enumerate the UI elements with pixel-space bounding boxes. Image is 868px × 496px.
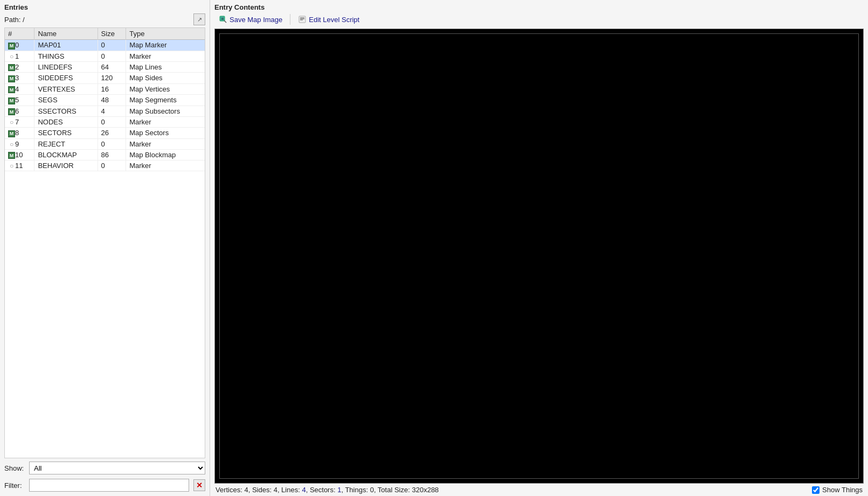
- cell-size: 26: [98, 128, 126, 139]
- cell-type: Map Blockmap: [126, 149, 205, 160]
- cell-size: 16: [98, 83, 126, 95]
- save-map-image-label: Save Map Image: [230, 16, 282, 24]
- show-things-label[interactable]: Show Things: [822, 486, 863, 494]
- map-entry-icon: M: [8, 152, 15, 159]
- col-header-name: Name: [34, 28, 98, 40]
- show-things-area: Show Things: [812, 486, 863, 494]
- cell-name: THINGS: [34, 51, 98, 61]
- cell-type: Map Lines: [126, 61, 205, 73]
- cell-name: SIDEDEFS: [34, 73, 98, 84]
- svg-rect-1: [221, 18, 224, 20]
- cell-num: M6: [5, 106, 34, 117]
- col-header-type: Type: [126, 28, 205, 40]
- cell-type: Map Subsectors: [126, 106, 205, 117]
- col-header-size: Size: [98, 28, 126, 40]
- cell-size: 0: [98, 160, 126, 171]
- map-entry-icon: M: [8, 64, 15, 71]
- cell-size: 0: [98, 117, 126, 128]
- filter-input[interactable]: [29, 479, 189, 492]
- cell-num: ○9: [5, 138, 34, 149]
- cell-size: 0: [98, 138, 126, 149]
- path-label: Path: /: [4, 16, 25, 24]
- entries-table-container: # Name Size Type M0MAP010Map Marker○1THI…: [4, 27, 205, 458]
- save-map-icon: [219, 15, 227, 24]
- toolbar: Save Map Image Edit Level Script: [210, 12, 868, 29]
- map-entry-icon: M: [8, 75, 15, 82]
- map-entry-icon: M: [8, 97, 15, 104]
- clear-icon: ✕: [196, 481, 203, 490]
- path-navigate-button[interactable]: ↗: [193, 13, 205, 25]
- table-row[interactable]: M6SSECTORS4Map Subsectors: [5, 106, 205, 117]
- marker-entry-icon: ○: [8, 141, 15, 148]
- entries-tbody: M0MAP010Map Marker○1THINGS0MarkerM2LINED…: [5, 40, 205, 171]
- map-entry-icon: M: [8, 43, 15, 50]
- cell-size: 86: [98, 149, 126, 160]
- table-row[interactable]: ○7NODES0Marker: [5, 117, 205, 128]
- cell-num: M10: [5, 149, 34, 160]
- cell-size: 120: [98, 73, 126, 84]
- table-row[interactable]: ○11BEHAVIOR0Marker: [5, 160, 205, 171]
- table-row[interactable]: M10BLOCKMAP86Map Blockmap: [5, 149, 205, 160]
- show-label: Show:: [4, 464, 25, 472]
- cell-type: Marker: [126, 51, 205, 61]
- edit-level-script-button[interactable]: Edit Level Script: [294, 13, 364, 25]
- cell-num: M5: [5, 95, 34, 106]
- cell-num: M4: [5, 83, 34, 95]
- svg-rect-2: [299, 16, 305, 23]
- table-row[interactable]: M0MAP010Map Marker: [5, 40, 205, 51]
- map-entry-icon: M: [8, 86, 15, 93]
- edit-script-icon: [298, 15, 307, 24]
- path-row: Path: / ↗: [0, 12, 210, 27]
- status-text: Vertices: 4, Sides: 4, Lines: 4, Sectors…: [216, 486, 439, 494]
- show-filter-row: Show: AllMarkersMap Data: [0, 458, 210, 478]
- cell-size: 0: [98, 40, 126, 51]
- cell-name: SEGS: [34, 95, 98, 106]
- map-inner-border: [219, 33, 859, 479]
- cell-name: BEHAVIOR: [34, 160, 98, 171]
- entry-contents-panel: Entry Contents Save Map Image: [210, 0, 868, 496]
- cell-name: VERTEXES: [34, 83, 98, 95]
- edit-level-script-label: Edit Level Script: [309, 16, 359, 24]
- table-row[interactable]: M2LINEDEFS64Map Lines: [5, 61, 205, 73]
- filter-row: Filter: ✕: [0, 478, 210, 496]
- cell-name: LINEDEFS: [34, 61, 98, 73]
- table-row[interactable]: M4VERTEXES16Map Vertices: [5, 83, 205, 95]
- table-row[interactable]: M8SECTORS26Map Sectors: [5, 128, 205, 139]
- marker-entry-icon: ○: [8, 119, 15, 126]
- cell-name: NODES: [34, 117, 98, 128]
- cell-type: Map Sides: [126, 73, 205, 84]
- show-things-checkbox[interactable]: [812, 486, 820, 494]
- cell-size: 48: [98, 95, 126, 106]
- show-select[interactable]: AllMarkersMap Data: [29, 462, 205, 474]
- col-header-num: #: [5, 28, 34, 40]
- cell-num: ○7: [5, 117, 34, 128]
- cell-num: M0: [5, 40, 34, 51]
- cell-name: BLOCKMAP: [34, 149, 98, 160]
- cell-num: ○11: [5, 160, 34, 171]
- filter-clear-button[interactable]: ✕: [193, 479, 205, 491]
- cell-name: MAP01: [34, 40, 98, 51]
- table-header-row: # Name Size Type: [5, 28, 205, 40]
- cell-num: ○1: [5, 51, 34, 61]
- cell-type: Map Sectors: [126, 128, 205, 139]
- cell-type: Marker: [126, 138, 205, 149]
- cell-num: M2: [5, 61, 34, 73]
- map-canvas: [214, 29, 864, 484]
- cell-type: Map Vertices: [126, 83, 205, 95]
- cell-type: Map Marker: [126, 40, 205, 51]
- map-entry-icon: M: [8, 130, 15, 137]
- marker-entry-icon: ○: [8, 163, 15, 170]
- table-row[interactable]: ○1THINGS0Marker: [5, 51, 205, 61]
- cell-type: Map Segments: [126, 95, 205, 106]
- save-map-image-button[interactable]: Save Map Image: [214, 13, 287, 25]
- cell-type: Marker: [126, 117, 205, 128]
- entries-header: Entries: [0, 0, 210, 12]
- table-row[interactable]: M5SEGS48Map Segments: [5, 95, 205, 106]
- cell-name: SSECTORS: [34, 106, 98, 117]
- table-row[interactable]: M3SIDEDEFS120Map Sides: [5, 73, 205, 84]
- marker-entry-icon: ○: [8, 53, 15, 60]
- cell-type: Marker: [126, 160, 205, 171]
- table-row[interactable]: ○9REJECT0Marker: [5, 138, 205, 149]
- cell-size: 64: [98, 61, 126, 73]
- toolbar-separator: [290, 14, 290, 25]
